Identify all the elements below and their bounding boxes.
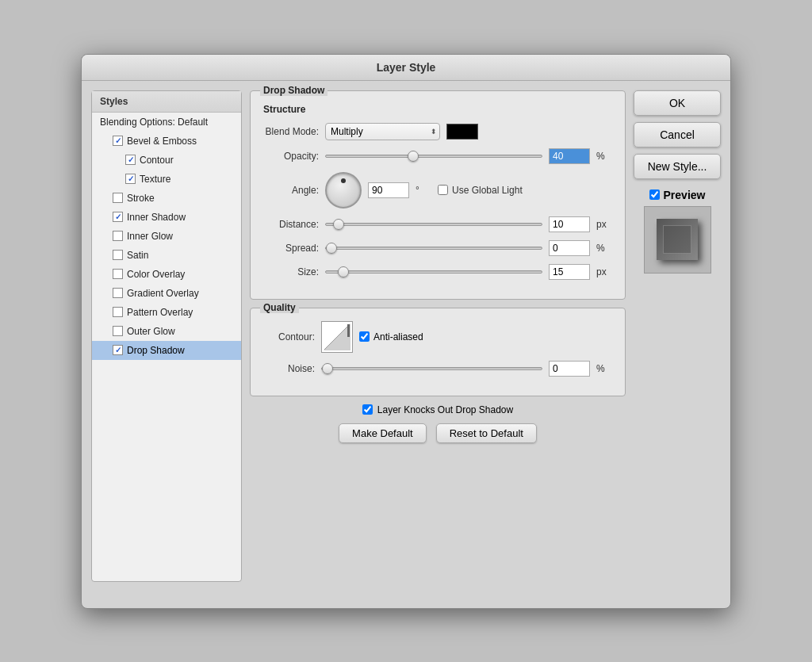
use-global-light-row: Use Global Light [438, 185, 523, 196]
distance-unit: px [596, 219, 612, 230]
bevel-emboss-label: Bevel & Emboss [127, 136, 197, 147]
sidebar-item-pattern-overlay[interactable]: Pattern Overlay [92, 303, 241, 322]
contour-checkbox[interactable] [125, 155, 136, 165]
size-unit: px [596, 266, 612, 277]
dialog-title: Layer Style [377, 61, 436, 74]
angle-row: Angle: ° Use Global Light [263, 172, 612, 209]
outer-glow-checkbox[interactable] [113, 326, 123, 336]
drop-shadow-checkbox[interactable] [113, 345, 123, 355]
preview-label: Preview [664, 189, 706, 201]
ok-button[interactable]: OK [634, 90, 721, 116]
structure-label: Structure [263, 104, 612, 115]
noise-slider-container [321, 367, 542, 370]
cancel-button[interactable]: Cancel [634, 122, 721, 147]
preview-inner-shape [657, 219, 698, 260]
distance-slider-container [325, 223, 542, 226]
opacity-slider-container [325, 155, 542, 158]
layer-style-dialog: Layer Style Styles Blending Options: Def… [81, 54, 731, 609]
sidebar-item-inner-shadow[interactable]: Inner Shadow [92, 208, 241, 227]
texture-checkbox[interactable] [125, 174, 136, 184]
new-style-button[interactable]: New Style... [634, 154, 721, 179]
sidebar-item-color-overlay[interactable]: Color Overlay [92, 265, 241, 284]
distance-row: Distance: px [263, 216, 612, 232]
size-slider[interactable] [325, 270, 542, 274]
angle-label: Angle: [263, 185, 319, 196]
center-panel: Drop Shadow Structure Blend Mode: Multip… [250, 90, 626, 582]
gradient-overlay-checkbox[interactable] [113, 288, 123, 298]
sidebar-item-inner-glow[interactable]: Inner Glow [92, 227, 241, 246]
noise-slider[interactable] [321, 367, 542, 370]
distance-label: Distance: [263, 219, 319, 230]
satin-checkbox[interactable] [113, 250, 123, 260]
angle-unit: ° [416, 185, 431, 196]
contour-preview[interactable] [321, 321, 353, 353]
angle-input[interactable] [368, 182, 409, 198]
sidebar-item-stroke[interactable]: Stroke [92, 189, 241, 208]
contour-svg [324, 323, 350, 350]
layer-knocks-label: Layer Knocks Out Drop Shadow [377, 404, 513, 415]
anti-alias-row: Anti-aliased [359, 331, 423, 342]
sidebar-item-satin[interactable]: Satin [92, 246, 241, 265]
blend-mode-color-swatch[interactable] [446, 124, 478, 140]
blend-mode-label: Blend Mode: [263, 126, 319, 137]
gradient-overlay-label: Gradient Overlay [127, 288, 199, 299]
make-default-button[interactable]: Make Default [339, 423, 427, 443]
drop-shadow-section: Drop Shadow Structure Blend Mode: Multip… [250, 90, 626, 300]
inner-glow-checkbox[interactable] [113, 231, 123, 241]
contour-label: Contour [140, 155, 174, 166]
spread-input[interactable] [549, 240, 590, 256]
noise-input[interactable] [549, 361, 590, 377]
opacity-input[interactable] [549, 148, 590, 164]
opacity-slider[interactable] [325, 155, 542, 158]
layer-knocks-checkbox[interactable] [362, 404, 373, 415]
sidebar-item-contour[interactable]: Contour [92, 151, 241, 170]
sidebar-item-texture[interactable]: Texture [92, 170, 241, 189]
contour-row: Contour: Anti-aliased [263, 321, 612, 353]
spread-slider[interactable] [325, 247, 542, 250]
sidebar-item-drop-shadow[interactable]: Drop Shadow [92, 341, 241, 360]
opacity-label: Opacity: [263, 151, 319, 162]
outer-glow-label: Outer Glow [127, 326, 175, 337]
sidebar-item-outer-glow[interactable]: Outer Glow [92, 322, 241, 341]
preview-checkbox[interactable] [649, 189, 660, 200]
inner-shadow-checkbox[interactable] [113, 212, 123, 222]
blend-mode-select[interactable]: Multiply Normal Screen Overlay [325, 123, 440, 140]
opacity-unit: % [596, 151, 612, 162]
drop-shadow-label: Drop Shadow [127, 345, 185, 356]
title-bar: Layer Style [82, 55, 730, 81]
layer-knocks-row: Layer Knocks Out Drop Shadow [250, 404, 626, 415]
pattern-overlay-checkbox[interactable] [113, 307, 123, 317]
reset-to-default-button[interactable]: Reset to Default [436, 423, 537, 443]
anti-aliased-checkbox[interactable] [359, 331, 370, 342]
spread-slider-container [325, 247, 542, 250]
blend-mode-row: Blend Mode: Multiply Normal Screen Overl… [263, 123, 612, 140]
preview-thumbnail [644, 206, 711, 274]
stroke-checkbox[interactable] [113, 193, 123, 203]
blending-options-item[interactable]: Blending Options: Default [92, 113, 241, 132]
spread-label: Spread: [263, 243, 319, 254]
bevel-emboss-checkbox[interactable] [113, 136, 123, 146]
contour-label: Contour: [263, 331, 315, 342]
bottom-buttons-row: Make Default Reset to Default [250, 423, 626, 443]
inner-shadow-label: Inner Shadow [127, 212, 186, 223]
spread-row: Spread: % [263, 240, 612, 256]
color-overlay-checkbox[interactable] [113, 269, 123, 279]
sidebar-item-bevel-emboss[interactable]: Bevel & Emboss [92, 132, 241, 151]
angle-dial[interactable] [325, 172, 362, 209]
blending-options-label: Blending Options: Default [100, 117, 208, 128]
size-label: Size: [263, 266, 319, 277]
noise-row: Noise: % [263, 361, 612, 377]
spread-unit: % [596, 243, 612, 254]
sidebar-item-gradient-overlay[interactable]: Gradient Overlay [92, 284, 241, 303]
pattern-overlay-label: Pattern Overlay [127, 307, 193, 318]
preview-section: Preview [634, 189, 721, 274]
blend-mode-select-wrapper: Multiply Normal Screen Overlay ⬍ [325, 123, 440, 140]
stroke-label: Stroke [127, 193, 155, 204]
anti-aliased-label: Anti-aliased [373, 331, 423, 342]
use-global-light-checkbox[interactable] [438, 185, 448, 195]
opacity-row: Opacity: % [263, 148, 612, 164]
distance-input[interactable] [549, 216, 590, 232]
distance-slider[interactable] [325, 223, 542, 226]
styles-header: Styles [92, 91, 241, 113]
size-input[interactable] [549, 264, 590, 280]
